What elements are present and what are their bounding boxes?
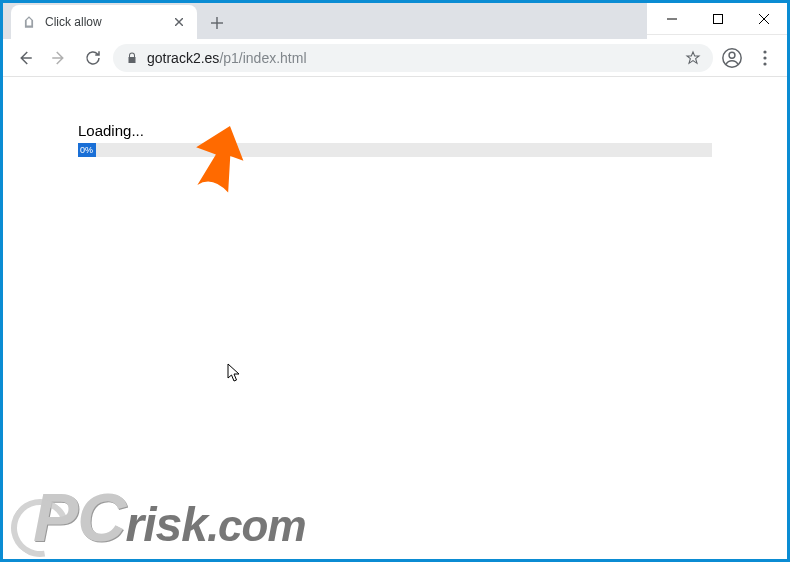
close-icon	[759, 14, 769, 24]
toolbar: gotrack2.es/p1/index.html	[3, 39, 787, 77]
reload-icon	[84, 49, 102, 67]
url-text: gotrack2.es/p1/index.html	[147, 50, 677, 66]
tab-title: Click allow	[45, 15, 163, 29]
dots-vertical-icon	[763, 50, 767, 66]
plus-icon	[211, 17, 223, 29]
browser-window: Click allow	[3, 3, 787, 559]
progress-fill: 0%	[78, 143, 96, 157]
bookmark-button[interactable]	[685, 50, 701, 66]
loading-label: Loading...	[78, 122, 712, 139]
svg-point-11	[763, 56, 766, 59]
svg-rect-1	[714, 14, 723, 23]
svg-point-10	[763, 50, 766, 53]
url-host: gotrack2.es	[147, 50, 219, 66]
maximize-button[interactable]	[695, 3, 741, 34]
profile-button[interactable]	[719, 45, 745, 71]
svg-point-12	[763, 62, 766, 65]
page-content: Loading... 0% PC risk .com	[3, 77, 787, 559]
svg-point-9	[729, 52, 735, 58]
minimize-icon	[667, 14, 677, 24]
arrow-right-icon	[50, 49, 68, 67]
app-frame: Click allow	[0, 0, 790, 562]
browser-tab[interactable]: Click allow	[11, 5, 197, 39]
x-icon	[175, 18, 183, 26]
watermark-logo: PC risk .com	[33, 483, 306, 551]
cursor-icon	[227, 363, 241, 383]
progress-bar: 0%	[78, 143, 712, 157]
url-path: /p1/index.html	[219, 50, 306, 66]
favicon-icon	[21, 14, 37, 30]
arrow-left-icon	[16, 49, 34, 67]
tab-close-button[interactable]	[171, 14, 187, 30]
forward-button[interactable]	[45, 44, 73, 72]
close-window-button[interactable]	[741, 3, 787, 34]
back-button[interactable]	[11, 44, 39, 72]
window-controls	[649, 3, 787, 34]
person-icon	[721, 47, 743, 69]
watermark-part3: .com	[207, 504, 306, 548]
menu-button[interactable]	[751, 44, 779, 72]
page-inner: Loading... 0%	[3, 77, 787, 157]
reload-button[interactable]	[79, 44, 107, 72]
address-bar[interactable]: gotrack2.es/p1/index.html	[113, 44, 713, 72]
tab-strip: Click allow	[3, 3, 647, 39]
minimize-button[interactable]	[649, 3, 695, 34]
star-icon	[685, 50, 701, 66]
new-tab-button[interactable]	[203, 9, 231, 37]
watermark-part2: risk	[125, 501, 206, 549]
watermark-part1: PC	[33, 483, 125, 551]
lock-icon	[125, 51, 139, 65]
maximize-icon	[713, 14, 723, 24]
tab-row: Click allow	[3, 3, 787, 39]
